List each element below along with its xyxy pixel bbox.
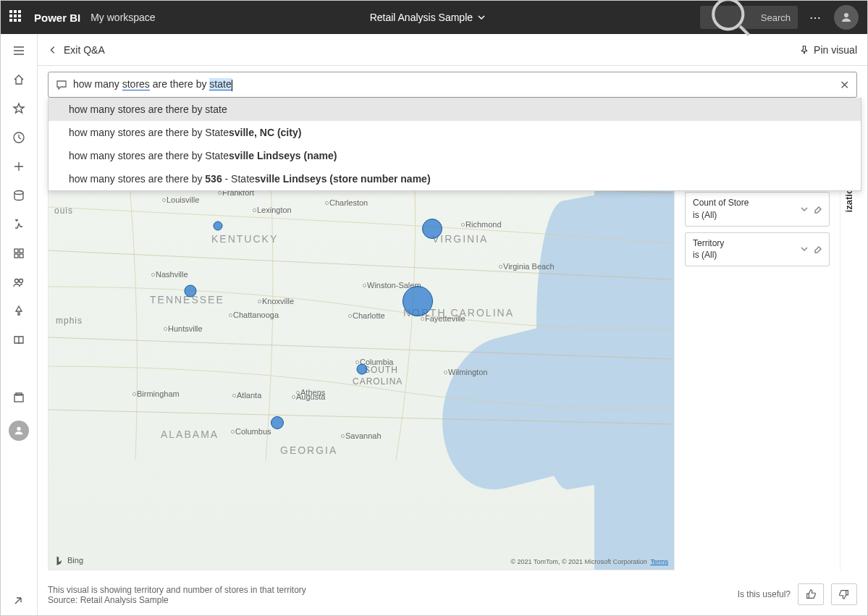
svg-point-3 bbox=[14, 191, 23, 195]
footer-description: This visual is showing territory and num… bbox=[48, 585, 306, 605]
city-dot bbox=[218, 191, 222, 195]
city-label: Wilmington bbox=[448, 368, 487, 376]
datasets-icon[interactable] bbox=[12, 189, 25, 202]
user-avatar[interactable] bbox=[834, 5, 859, 30]
pin-visual-button[interactable]: Pin visual bbox=[799, 44, 857, 56]
exit-qa-label: Exit Q&A bbox=[64, 44, 105, 56]
header-right: Search ⋯ bbox=[700, 5, 859, 30]
report-title[interactable]: Retail Analysis Sample bbox=[156, 12, 700, 23]
global-search[interactable]: Search bbox=[700, 6, 798, 29]
svg-point-1 bbox=[844, 13, 848, 17]
chevron-down-icon bbox=[800, 205, 809, 214]
city-dot bbox=[232, 394, 236, 397]
qa-input[interactable]: how many stores are there by state ✕ bbox=[48, 72, 857, 98]
data-bubble[interactable] bbox=[403, 286, 433, 316]
city-dot bbox=[258, 300, 261, 303]
svg-point-12 bbox=[17, 427, 20, 431]
city-dot bbox=[355, 360, 359, 364]
command-bar: Exit Q&A Pin visual bbox=[38, 34, 867, 66]
pin-icon bbox=[799, 45, 809, 55]
deployment-icon[interactable] bbox=[12, 305, 25, 318]
expand-arrow-icon[interactable] bbox=[12, 594, 25, 607]
learn-icon[interactable] bbox=[12, 334, 25, 347]
city-dot bbox=[229, 313, 232, 317]
city-label: Virginia Beach bbox=[503, 262, 555, 271]
city-dot bbox=[363, 284, 366, 287]
city-dot bbox=[421, 317, 424, 321]
qa-text: how many stores are there by state bbox=[73, 78, 834, 90]
apps-icon[interactable] bbox=[12, 247, 25, 260]
clear-icon[interactable]: ✕ bbox=[840, 78, 849, 92]
shared-icon[interactable] bbox=[12, 276, 25, 289]
svg-point-0 bbox=[713, 0, 743, 29]
city-dot bbox=[348, 314, 352, 318]
state-label: ALABAMA bbox=[161, 429, 219, 440]
workspaces-icon[interactable] bbox=[12, 392, 25, 405]
city-label: Savannah bbox=[345, 431, 382, 440]
create-icon[interactable] bbox=[12, 160, 25, 173]
eraser-icon bbox=[813, 245, 822, 253]
thumbs-down-button[interactable] bbox=[831, 583, 857, 605]
state-label: VIRGINIA bbox=[432, 233, 488, 245]
qa-suggestion[interactable]: how many stores are there by Statesville… bbox=[49, 121, 861, 144]
city-label: Columbus bbox=[235, 427, 271, 436]
city-label: Charlotte bbox=[353, 311, 385, 320]
chevron-down-icon bbox=[477, 13, 486, 22]
bing-logo: Bing bbox=[54, 555, 83, 565]
content: Exit Q&A Pin visual how many stores are … bbox=[38, 34, 867, 615]
search-placeholder: Search bbox=[761, 12, 791, 23]
goals-icon[interactable] bbox=[12, 218, 25, 231]
more-options-icon[interactable]: ⋯ bbox=[809, 11, 822, 25]
workspace-label[interactable]: My workspace bbox=[90, 12, 155, 23]
hamburger-icon[interactable] bbox=[12, 44, 25, 57]
city-dot bbox=[132, 392, 136, 396]
person-icon bbox=[840, 11, 853, 24]
svg-rect-7 bbox=[20, 254, 23, 258]
city-dot bbox=[151, 273, 155, 277]
map-attribution: © 2021 TomTom, © 2021 Microsoft Corporat… bbox=[510, 558, 668, 565]
home-icon[interactable] bbox=[12, 73, 25, 86]
city-dot bbox=[444, 371, 447, 374]
city-label: Knoxville bbox=[262, 297, 294, 305]
svg-point-9 bbox=[20, 279, 23, 283]
data-bubble[interactable] bbox=[185, 285, 197, 298]
eraser-icon bbox=[813, 205, 822, 214]
city-dot bbox=[499, 265, 502, 269]
city-label: Louisville bbox=[167, 195, 199, 204]
svg-point-8 bbox=[15, 279, 19, 283]
state-label: KENTUCKY bbox=[211, 233, 278, 245]
city-dot bbox=[341, 434, 345, 438]
city-label: Richmond bbox=[465, 220, 502, 229]
data-bubble[interactable] bbox=[422, 219, 442, 239]
city-label: Augusta bbox=[296, 392, 325, 401]
main-area: Exit Q&A Pin visual how many stores are … bbox=[1, 34, 867, 615]
qa-suggestion[interactable]: how many stores are there by state bbox=[49, 98, 861, 121]
city-dot bbox=[292, 395, 295, 399]
thumbs-up-button[interactable] bbox=[798, 583, 824, 605]
star-icon[interactable] bbox=[12, 102, 25, 115]
data-bubble[interactable] bbox=[214, 221, 223, 231]
svg-rect-6 bbox=[14, 254, 18, 258]
qa-suggestions-dropdown: how many stores are there by statehow ma… bbox=[48, 98, 861, 191]
app-launcher-icon[interactable] bbox=[9, 10, 24, 25]
footer: This visual is showing territory and num… bbox=[38, 578, 867, 615]
city-dot bbox=[164, 327, 167, 331]
chat-icon bbox=[56, 79, 67, 90]
recent-icon[interactable] bbox=[12, 131, 25, 144]
data-bubble[interactable] bbox=[271, 416, 284, 429]
brand-label: Power BI bbox=[34, 12, 80, 24]
city-label: Huntsville bbox=[168, 324, 203, 333]
city-dot bbox=[162, 198, 166, 202]
filter-card[interactable]: Count of Storeis (All) bbox=[685, 192, 830, 227]
qa-suggestion[interactable]: how many stores are there by Statesville… bbox=[49, 144, 861, 167]
terms-link[interactable]: Terms bbox=[651, 558, 669, 565]
state-label: SOUTH bbox=[364, 365, 398, 375]
city-label: Birmingham bbox=[137, 389, 180, 398]
qa-suggestion[interactable]: how many stores are there by 536 - State… bbox=[49, 167, 861, 190]
data-bubble[interactable] bbox=[357, 364, 368, 375]
workspace-avatar[interactable] bbox=[9, 421, 29, 441]
exit-qa-button[interactable]: Exit Q&A bbox=[48, 44, 105, 56]
city-label: Charleston bbox=[329, 198, 368, 207]
bing-icon bbox=[54, 555, 64, 565]
filter-card[interactable]: Territoryis (All) bbox=[685, 232, 830, 267]
